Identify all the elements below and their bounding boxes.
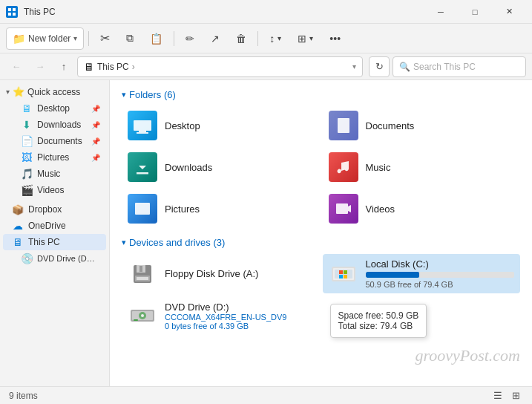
folder-item-downloads[interactable]: Downloads xyxy=(122,148,320,186)
pictures-folder-icon xyxy=(128,194,157,224)
search-placeholder: Search This PC xyxy=(413,62,476,72)
sidebar-item-dropbox[interactable]: 📦 Dropbox xyxy=(3,201,106,218)
floppy-drive-name: Floppy Disk Drive (A:) xyxy=(165,268,314,279)
list-view-button[interactable]: ☰ xyxy=(490,388,505,403)
floppy-drive-icon xyxy=(128,259,157,289)
quick-access-section[interactable]: ▾ ⭐ Quick access xyxy=(0,83,109,100)
sidebar-desktop-label: Desktop xyxy=(37,103,70,114)
delete-button[interactable]: 🗑 xyxy=(229,27,253,50)
sort-button[interactable]: ↕ ▾ xyxy=(263,27,288,50)
videos-folder-name: Videos xyxy=(366,203,395,215)
content-area: ▾ Folders (6) Desktop xyxy=(110,80,532,386)
sidebar-thispc-label: This PC xyxy=(28,237,60,247)
folder-item-desktop[interactable]: Desktop xyxy=(122,106,320,145)
svg-rect-2 xyxy=(8,13,11,16)
folders-section-header[interactable]: ▾ Folders (6) xyxy=(122,89,520,100)
svg-point-13 xyxy=(138,205,141,208)
address-box[interactable]: 🖥 This PC › ▾ xyxy=(77,56,363,77)
toolbar-separator-3 xyxy=(257,31,258,46)
toolbar: 📁 New folder ▾ ✂ ⧉ 📋 ✏ ↗ 🗑 ↕ ▾ ⊞ ▾ ••• xyxy=(0,24,532,53)
svg-rect-24 xyxy=(344,270,347,274)
sidebar-item-dvd[interactable]: 💿 DVD Drive (D:) C... xyxy=(3,250,106,267)
sidebar-videos-label: Videos xyxy=(37,185,64,195)
videos-folder-icon xyxy=(329,194,358,224)
tooltip-space-line: Space free: 50.9 GB xyxy=(338,310,419,321)
view-options-button[interactable]: ⊞ ▾ xyxy=(291,27,320,50)
item-count: 9 items xyxy=(9,391,38,401)
rename-icon: ✏ xyxy=(185,33,194,45)
svg-rect-10 xyxy=(340,126,345,128)
minimize-button[interactable]: ─ xyxy=(424,0,458,24)
sidebar-dvd-label: DVD Drive (D:) C... xyxy=(37,254,96,263)
folder-item-documents[interactable]: Documents xyxy=(323,106,521,145)
sidebar-music-label: Music xyxy=(37,169,60,179)
quick-access-label: Quick access xyxy=(27,87,80,97)
paste-button[interactable]: 📋 xyxy=(143,27,169,50)
svg-rect-4 xyxy=(134,120,151,131)
cut-icon: ✂ xyxy=(100,31,110,45)
drives-section-header[interactable]: ▾ Devices and drives (3) xyxy=(122,237,520,248)
svg-rect-8 xyxy=(340,122,347,123)
path-segment-thispc: This PC xyxy=(97,62,129,72)
back-button[interactable]: ← xyxy=(6,56,27,77)
folder-item-videos[interactable]: Videos xyxy=(323,189,521,228)
refresh-icon: ↻ xyxy=(375,61,384,72)
list-view-icon: ☰ xyxy=(493,390,502,401)
sidebar-item-onedrive[interactable]: ☁ OneDrive xyxy=(3,218,106,234)
svg-rect-19 xyxy=(137,277,148,280)
svg-rect-3 xyxy=(13,13,16,16)
drive-item-dvd[interactable]: DVD Drive (D:) CCCOMA_X64FRE_EN-US_DV9 0… xyxy=(122,296,320,335)
sidebar-item-music[interactable]: 🎵 Music xyxy=(3,166,106,182)
cut-button[interactable]: ✂ xyxy=(93,27,116,50)
pictures-icon: 🖼 xyxy=(21,152,33,163)
new-folder-button[interactable]: 📁 New folder ▾ xyxy=(6,27,84,50)
sidebar-pictures-label: Pictures xyxy=(37,152,69,163)
more-options-button[interactable]: ••• xyxy=(323,27,347,50)
drive-tooltip: Space free: 50.9 GB Total size: 79.4 GB xyxy=(330,304,427,338)
sidebar-item-videos[interactable]: 🎬 Videos xyxy=(3,182,106,198)
svg-rect-25 xyxy=(339,275,343,278)
localc-drive-name: Local Disk (C:) xyxy=(366,258,515,270)
sort-icon: ↕ xyxy=(269,33,275,45)
rename-button[interactable]: ✏ xyxy=(179,27,201,50)
more-icon: ••• xyxy=(329,33,341,45)
new-folder-label: New folder xyxy=(28,33,70,44)
search-box[interactable]: 🔍 Search This PC xyxy=(393,56,526,77)
share-button[interactable]: ↗ xyxy=(204,27,226,50)
sidebar-item-thispc[interactable]: 🖥 This PC xyxy=(3,234,106,250)
pin-icon-desktop: 📌 xyxy=(91,105,100,113)
forward-button[interactable]: → xyxy=(30,56,50,77)
downloads-folder-icon xyxy=(128,152,157,182)
drive-item-floppy[interactable]: Floppy Disk Drive (A:) xyxy=(122,254,320,293)
folder-item-pictures[interactable]: Pictures xyxy=(122,189,320,228)
drives-grid: Floppy Disk Drive (A:) xyxy=(122,254,520,335)
music-icon: 🎵 xyxy=(21,168,33,180)
sidebar-item-downloads[interactable]: ⬇ Downloads 📌 xyxy=(3,117,106,133)
sidebar-downloads-label: Downloads xyxy=(37,120,81,130)
dropbox-icon: 📦 xyxy=(12,203,24,215)
sidebar-item-pictures[interactable]: 🖼 Pictures 📌 xyxy=(3,149,106,166)
refresh-button[interactable]: ↻ xyxy=(369,56,390,77)
folder-item-music[interactable]: Music xyxy=(323,148,521,186)
svg-rect-17 xyxy=(139,266,142,272)
address-dropdown-icon[interactable]: ▾ xyxy=(352,62,356,71)
svg-rect-23 xyxy=(339,270,343,274)
sidebar-item-desktop[interactable]: 🖥 Desktop 📌 xyxy=(3,100,106,117)
copy-button[interactable]: ⧉ xyxy=(119,27,140,50)
maximize-button[interactable]: □ xyxy=(458,0,492,24)
new-folder-dropdown[interactable]: ▾ xyxy=(73,34,77,42)
sidebar-item-documents[interactable]: 📄 Documents 📌 xyxy=(3,133,106,149)
grid-view-button[interactable]: ⊞ xyxy=(508,388,523,403)
dvd-icon: 💿 xyxy=(21,252,33,264)
grid-view-icon: ⊞ xyxy=(512,390,520,401)
sidebar-onedrive-label: OneDrive xyxy=(28,221,66,231)
quick-access-chevron: ▾ xyxy=(6,88,10,96)
view-toggle: ☰ ⊞ xyxy=(490,388,523,403)
drive-item-localc[interactable]: Local Disk (C:) 50.9 GB free of 79.4 GB … xyxy=(323,254,521,293)
svg-point-30 xyxy=(141,314,144,317)
close-button[interactable]: ✕ xyxy=(492,0,526,24)
folders-grid: Desktop Documents xyxy=(122,106,520,228)
dvd-drive-name-line1: DVD Drive (D:) xyxy=(165,302,314,313)
documents-folder-icon xyxy=(329,111,358,140)
up-button[interactable]: ↑ xyxy=(53,56,74,77)
